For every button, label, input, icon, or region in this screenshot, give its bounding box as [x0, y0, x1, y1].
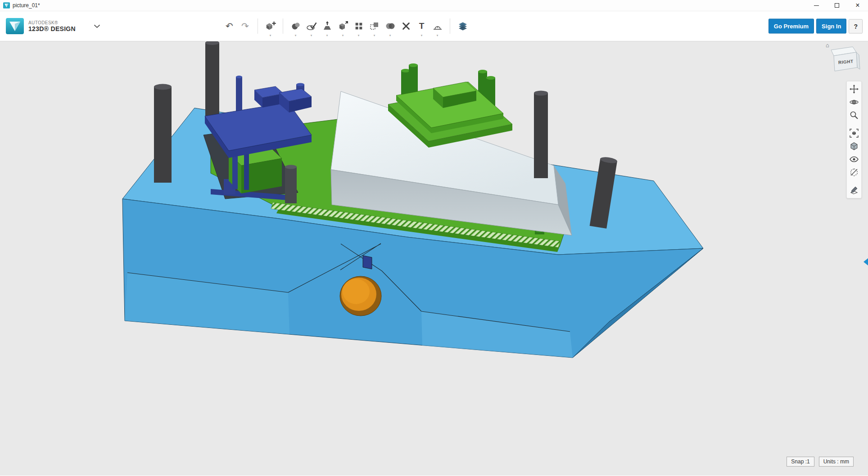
measure-icon: [432, 21, 443, 31]
fit-view-icon: [850, 129, 859, 138]
pan-icon: [850, 85, 859, 94]
app-menu-dropdown[interactable]: [94, 24, 100, 28]
toolbar-divider: [450, 18, 450, 34]
undo-button[interactable]: ↶: [222, 15, 237, 37]
maximize-icon: [835, 3, 839, 8]
construct-button[interactable]: ▾: [319, 15, 335, 37]
brand-text: AUTODESK® 123D® DESIGN: [28, 20, 76, 32]
viewcube[interactable]: ⌂ RIGHT: [827, 42, 862, 82]
visibility-button[interactable]: [848, 153, 860, 165]
primitives-button[interactable]: ▾: [262, 15, 278, 37]
sprue-bushing[interactable]: [340, 276, 381, 316]
panel-expand-arrow[interactable]: [863, 258, 868, 265]
grouping-icon: [369, 21, 380, 31]
text-tool-icon: T: [419, 21, 425, 31]
minimize-button[interactable]: [806, 0, 827, 11]
nav-rail-gap: [848, 122, 860, 126]
sketch-visibility-icon: [850, 186, 859, 195]
redo-icon: ↷: [241, 22, 249, 31]
dropdown-caret-icon: ▾: [270, 34, 271, 37]
maximize-button[interactable]: [827, 0, 847, 11]
zoom-button[interactable]: [848, 109, 860, 121]
dropdown-caret-icon: ▾: [326, 34, 328, 37]
dropdown-caret-icon: ▾: [358, 34, 360, 37]
sketch-visibility-button[interactable]: [848, 184, 860, 196]
toolbar-divider: [283, 18, 283, 34]
sign-in-button[interactable]: Sign In: [816, 19, 846, 34]
snap-setting[interactable]: Snap :1: [787, 457, 814, 467]
combine-icon: [385, 21, 396, 31]
nav-rail-gap: [848, 180, 860, 183]
dropdown-caret-icon: ▾: [421, 34, 423, 37]
app-icon: [3, 2, 10, 9]
text-button[interactable]: T ▾: [414, 15, 429, 37]
titlebar-left: picture_01*: [0, 2, 40, 9]
transform-icon: [290, 21, 301, 31]
guide-pin-back-left[interactable]: [205, 41, 219, 118]
measure-button[interactable]: ▾: [429, 15, 445, 37]
primitives-cube-icon: [265, 21, 276, 31]
brand-line2: 123D® DESIGN: [28, 25, 76, 32]
zoom-magnifier-icon: [850, 111, 859, 120]
hidden-geometry-icon: [850, 168, 859, 177]
display-style-button[interactable]: [848, 140, 860, 152]
gray-pin-middle[interactable]: [285, 165, 297, 204]
close-button[interactable]: ×: [847, 0, 868, 11]
hidden-geometry-button[interactable]: [848, 166, 860, 178]
main-toolbar: ↶ ↷ ▾ ▾: [222, 11, 470, 41]
window-controls: ×: [806, 0, 868, 11]
window-title: picture_01*: [13, 2, 40, 9]
dropdown-caret-icon: ▾: [437, 34, 439, 37]
fit-view-button[interactable]: [848, 127, 860, 139]
material-button[interactable]: [455, 15, 470, 37]
grouping-button[interactable]: ▾: [366, 15, 382, 37]
sketch-check-icon: [306, 21, 317, 31]
combine-button[interactable]: ▾: [382, 15, 398, 37]
header-right: Go Premium Sign In ?: [769, 19, 863, 34]
dropdown-caret-icon: ▾: [342, 34, 344, 37]
snap-button[interactable]: [398, 15, 414, 37]
orbit-icon: [850, 98, 859, 107]
pattern-button[interactable]: ▾: [351, 15, 366, 37]
navigation-rail: [846, 81, 862, 198]
brand-line1: AUTODESK®: [28, 20, 76, 25]
toolbar-divider: [258, 18, 258, 34]
chevron-down-icon: [94, 24, 100, 28]
dropdown-caret-icon: ▾: [389, 34, 391, 37]
modify-icon: [338, 21, 348, 31]
go-premium-button[interactable]: Go Premium: [769, 19, 814, 34]
close-icon: ×: [855, 2, 859, 9]
viewcube-cube[interactable]: RIGHT: [827, 42, 862, 82]
viewcube-home-icon[interactable]: ⌂: [826, 42, 829, 49]
appbar: AUTODESK® 123D® DESIGN ↶ ↷ ▾: [0, 11, 868, 41]
material-layers-icon: [457, 21, 468, 31]
modify-button[interactable]: ▾: [335, 15, 351, 37]
pan-button[interactable]: [848, 83, 860, 95]
dropdown-caret-icon: ▾: [374, 34, 375, 37]
titlebar: picture_01* ×: [0, 0, 868, 11]
dropdown-caret-icon: ▾: [311, 34, 312, 37]
help-button[interactable]: ?: [849, 19, 863, 33]
viewport[interactable]: ⌂ RIGHT: [0, 41, 868, 476]
orbit-button[interactable]: [848, 96, 860, 108]
3d-model-canvas[interactable]: [0, 41, 868, 476]
brand: AUTODESK® 123D® DESIGN: [0, 18, 100, 34]
units-setting[interactable]: Units : mm: [819, 457, 854, 467]
redo-button[interactable]: ↷: [237, 15, 253, 37]
construct-extrude-icon: [322, 21, 333, 31]
shaded-cube-icon: [850, 142, 859, 151]
pattern-grid-icon: [354, 21, 364, 31]
transform-button[interactable]: ▾: [288, 15, 303, 37]
status-bar: Snap :1 Units : mm: [787, 457, 854, 467]
eye-icon: [850, 155, 859, 164]
dropdown-caret-icon: ▾: [295, 34, 297, 37]
autodesk-123d-logo-icon: [6, 18, 24, 34]
snap-x-icon: [401, 21, 411, 31]
sketch-button[interactable]: ▾: [303, 15, 319, 37]
undo-icon: ↶: [226, 22, 233, 31]
minimize-icon: [814, 5, 819, 6]
